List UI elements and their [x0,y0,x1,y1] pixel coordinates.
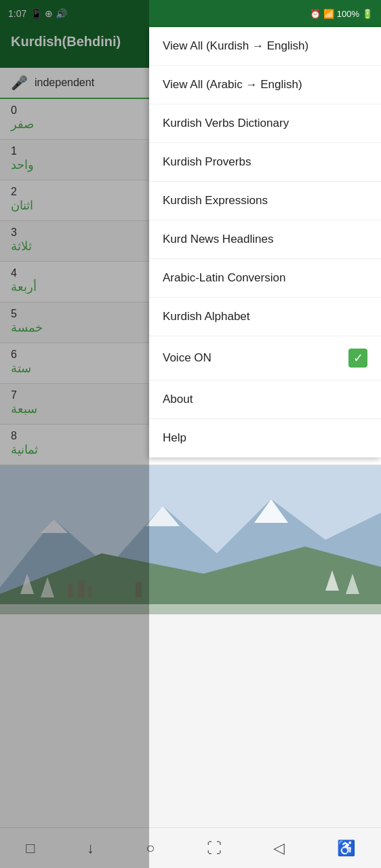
menu-item-alphabet[interactable]: Kurdish Alphabet [149,298,381,336]
menu-item-view-all-kurdish[interactable]: View All (Kurdish → English) [149,27,381,66]
dropdown-overlay: View All (Kurdish → English) View All (A… [0,0,381,868]
menu-item-news[interactable]: Kurd News Headlines [149,220,381,259]
menu-item-help[interactable]: Help [149,419,381,458]
menu-item-verbs-dictionary[interactable]: Kurdish Verbs Dictionary [149,104,381,143]
dropdown-dimmer[interactable] [0,0,149,868]
voice-checkbox[interactable]: ✓ [348,349,367,368]
menu-item-about[interactable]: About [149,380,381,419]
menu-item-view-all-arabic[interactable]: View All (Arabic → English) [149,66,381,104]
dropdown-menu: View All (Kurdish → English) View All (A… [149,27,381,458]
menu-item-expressions[interactable]: Kurdish Expressions [149,182,381,220]
menu-item-arabic-latin[interactable]: Arabic-Latin Conversion [149,259,381,298]
menu-item-voice[interactable]: Voice ON ✓ [149,336,381,380]
menu-item-proverbs[interactable]: Kurdish Proverbs [149,143,381,182]
